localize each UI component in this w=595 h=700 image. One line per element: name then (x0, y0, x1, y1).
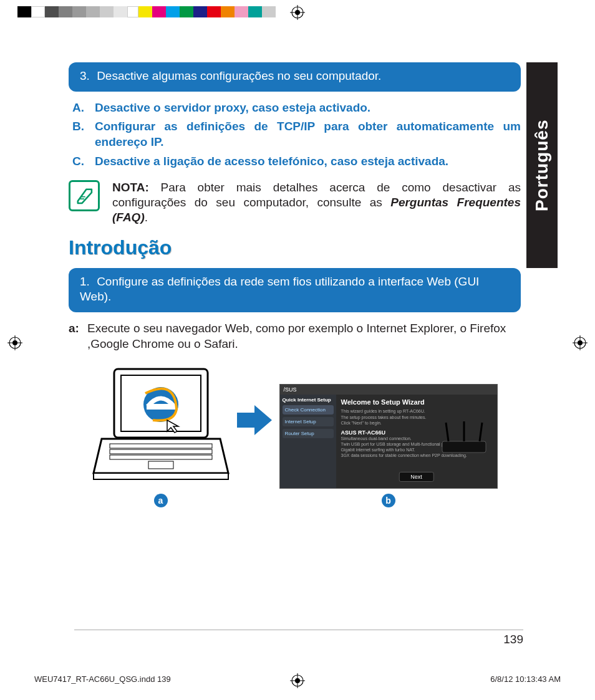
color-swatch (193, 6, 207, 17)
svg-rect-21 (110, 449, 212, 454)
abc-text: Configurar as definições de TCP/IP para … (95, 119, 521, 150)
wizard-main: Welcome to Setup Wizard This wizard guid… (336, 395, 497, 488)
figure-a: a (92, 364, 230, 507)
color-swatch (221, 6, 235, 17)
color-swatch (152, 6, 166, 17)
wizard-side-item: Router Setup (283, 429, 334, 438)
color-swatch (127, 6, 138, 17)
color-swatch (207, 6, 221, 17)
step-3-text: Desactive algumas configurações no seu c… (97, 69, 381, 82)
step-1-number: 1. (80, 275, 90, 288)
color-swatch (100, 6, 114, 17)
laptop-icon (92, 364, 230, 489)
wizard-screenshot: /SUS Quick Internet Setup Check Connecti… (279, 384, 498, 489)
svg-line-29 (446, 423, 448, 441)
step-a-label: a: (69, 321, 87, 352)
svg-rect-23 (148, 461, 173, 469)
svg-rect-28 (442, 441, 486, 453)
svg-rect-22 (110, 455, 212, 459)
abc-label: A. (72, 100, 95, 116)
note-label: NOTA: (112, 181, 149, 194)
abc-item-a: A. Desactive o servidor proxy, caso este… (72, 100, 521, 116)
page-number: 139 (74, 630, 523, 646)
figure-label-a: a (154, 494, 168, 507)
abc-label: B. (72, 119, 95, 150)
language-tab: Português (526, 62, 558, 268)
abc-label: C. (72, 154, 95, 170)
color-swatch (114, 6, 127, 17)
wizard-side-title: Quick Internet Setup (283, 397, 334, 403)
color-swatch (17, 6, 31, 17)
abc-list: A. Desactive o servidor proxy, caso este… (72, 100, 521, 170)
color-calibration-bar (17, 6, 578, 17)
color-swatch (235, 6, 248, 17)
page-content: 3. Desactive algumas configurações no se… (69, 62, 521, 507)
slug-left: WEU7417_RT-AC66U_QSG.indd 139 (34, 674, 171, 684)
step-3-number: 3. (80, 69, 90, 82)
svg-line-31 (480, 423, 482, 441)
color-swatch (31, 6, 45, 17)
wizard-intro: The setup process takes about five minut… (341, 415, 492, 420)
color-swatch (180, 6, 193, 17)
color-swatch (166, 6, 180, 17)
note-row: NOTA: Para obter mais detalhes acerca de… (69, 180, 521, 224)
color-swatch (72, 6, 86, 17)
step-1-bar: 1. Configure as definições da rede sem f… (69, 268, 521, 312)
note-text: NOTA: Para obter mais detalhes acerca de… (112, 180, 521, 224)
color-swatch (86, 6, 100, 17)
wizard-intro: This wizard guides in setting up RT-AC66… (341, 408, 492, 414)
wizard-side-item: Internet Setup (283, 417, 334, 426)
note-icon (69, 180, 100, 211)
figure-row: a /SUS Quick Internet Setup Check Connec… (69, 364, 521, 507)
svg-marker-27 (237, 405, 272, 435)
registration-mark-icon (573, 335, 588, 350)
svg-rect-25 (147, 404, 175, 410)
step-1-text: Configure as definições da rede sem fios… (80, 275, 479, 304)
color-swatch (248, 6, 262, 17)
step-3-bar: 3. Desactive algumas configurações no se… (69, 62, 521, 92)
figure-label-b: b (382, 494, 395, 507)
wizard-sidebar: Quick Internet Setup Check Connection In… (280, 395, 336, 488)
color-swatch (59, 6, 72, 17)
abc-item-c: C. Desactive a ligação de acesso telefón… (72, 154, 521, 170)
registration-mark-icon (7, 335, 22, 350)
color-swatch (138, 6, 152, 17)
abc-text: Desactive o servidor proxy, caso esteja … (95, 100, 521, 116)
wizard-brand: /SUS (280, 385, 497, 395)
arrow-right-icon (236, 401, 273, 439)
router-icon (436, 420, 492, 457)
color-swatch (45, 6, 59, 17)
print-slug: WEU7417_RT-AC66U_QSG.indd 139 6/8/12 10:… (34, 674, 561, 684)
svg-rect-20 (110, 444, 212, 448)
wizard-side-item: Check Connection (283, 405, 334, 415)
wizard-title: Welcome to Setup Wizard (341, 398, 492, 406)
figure-b: /SUS Quick Internet Setup Check Connecti… (279, 384, 498, 507)
slug-right: 6/8/12 10:13:43 AM (490, 674, 561, 684)
note-tail: . (145, 211, 148, 224)
wizard-next-button: Next (399, 472, 434, 482)
step-a: a: Execute o seu navegador Web, como por… (69, 321, 521, 352)
section-title: Introdução (69, 236, 521, 259)
color-swatch (262, 6, 276, 17)
abc-text: Desactive a ligação de acesso telefónico… (95, 154, 521, 170)
abc-item-b: B. Configurar as definições de TCP/IP pa… (72, 119, 521, 150)
step-a-text: Execute o seu navegador Web, como por ex… (87, 321, 521, 352)
